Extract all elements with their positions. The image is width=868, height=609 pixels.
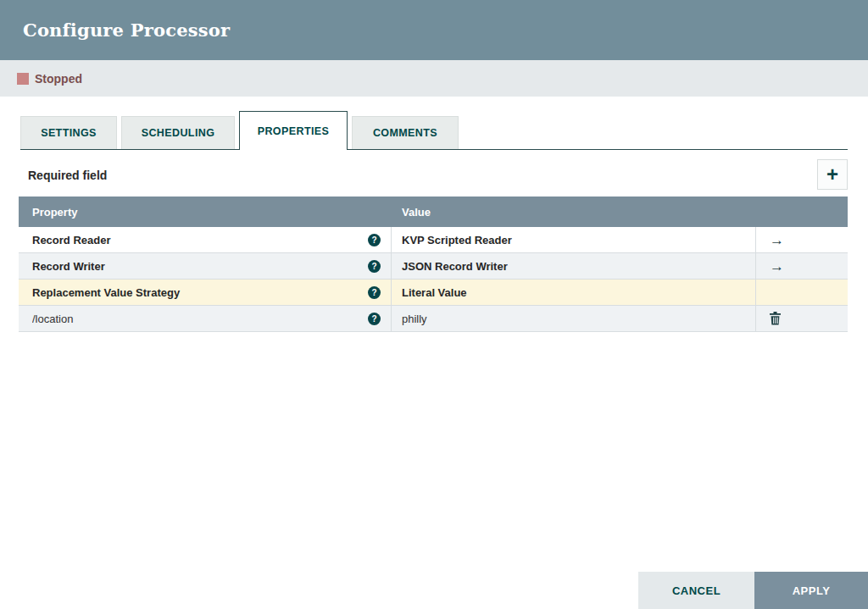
action-cell: → xyxy=(756,253,848,279)
help-icon[interactable]: ? xyxy=(368,234,381,246)
value-cell[interactable]: philly xyxy=(392,306,756,331)
tab-bar: SETTINGSSCHEDULINGPROPERTIESCOMMENTS xyxy=(20,111,848,150)
properties-table: Property Value Record Reader ? KVP Scrip… xyxy=(19,197,848,332)
property-value: Literal Value xyxy=(402,286,467,299)
tab-properties[interactable]: PROPERTIES xyxy=(239,111,348,150)
column-header-property: Property xyxy=(19,206,392,219)
trash-icon[interactable] xyxy=(770,312,781,325)
dialog-title: Configure Processor xyxy=(0,19,230,41)
action-cell: → xyxy=(756,280,848,305)
property-value: JSON Record Writer xyxy=(402,260,508,273)
tab-scheduling[interactable]: SCHEDULING xyxy=(121,116,235,149)
value-cell[interactable]: KVP Scripted Reader xyxy=(392,227,756,252)
tab-label: COMMENTS xyxy=(373,127,437,139)
status-bar: Stopped xyxy=(0,60,868,97)
help-icon[interactable]: ? xyxy=(368,286,381,299)
value-cell[interactable]: Literal Value xyxy=(392,280,756,305)
property-name: Replacement Value Strategy xyxy=(32,286,368,299)
table-row: Record Reader ? KVP Scripted Reader → xyxy=(19,227,848,253)
column-header-value: Value xyxy=(392,206,756,219)
property-value: KVP Scripted Reader xyxy=(402,234,512,246)
cancel-button[interactable]: CANCEL xyxy=(638,572,754,609)
property-cell: Record Reader ? xyxy=(19,227,392,252)
status-label: Stopped xyxy=(35,72,82,86)
stopped-state-icon xyxy=(17,73,29,85)
table-row: /location ? philly → xyxy=(19,306,848,332)
property-cell: /location ? xyxy=(19,306,392,331)
tab-comments[interactable]: COMMENTS xyxy=(352,116,459,149)
property-cell: Replacement Value Strategy ? xyxy=(19,280,392,305)
table-row: Replacement Value Strategy ? Literal Val… xyxy=(19,280,848,306)
help-icon[interactable]: ? xyxy=(368,260,381,273)
tab-label: SCHEDULING xyxy=(142,127,215,139)
property-value: philly xyxy=(402,313,427,325)
tab-settings[interactable]: SETTINGS xyxy=(20,116,117,149)
apply-button[interactable]: APPLY xyxy=(754,572,868,609)
go-to-service-arrow-icon[interactable]: → xyxy=(770,233,784,247)
add-property-button[interactable]: + xyxy=(817,159,848,190)
action-cell: → xyxy=(756,306,848,331)
table-body: Record Reader ? KVP Scripted Reader → Re… xyxy=(19,227,848,332)
property-name: Record Reader xyxy=(32,234,368,246)
value-cell[interactable]: JSON Record Writer xyxy=(392,253,756,279)
tab-label: SETTINGS xyxy=(41,127,97,139)
configure-processor-dialog: Configure Processor Stopped SETTINGSSCHE… xyxy=(0,0,868,609)
property-name: Record Writer xyxy=(32,260,368,273)
property-name: /location xyxy=(32,313,368,325)
go-to-service-arrow-icon[interactable]: → xyxy=(770,259,784,274)
property-cell: Record Writer ? xyxy=(19,253,392,279)
table-row: Record Writer ? JSON Record Writer → xyxy=(19,253,848,280)
plus-icon: + xyxy=(826,164,838,185)
required-field-label: Required field xyxy=(28,169,107,182)
dialog-header: Configure Processor xyxy=(0,0,868,60)
help-icon[interactable]: ? xyxy=(368,313,381,325)
table-header-row: Property Value xyxy=(19,197,848,227)
action-cell: → xyxy=(756,227,848,252)
tab-label: PROPERTIES xyxy=(258,125,330,137)
